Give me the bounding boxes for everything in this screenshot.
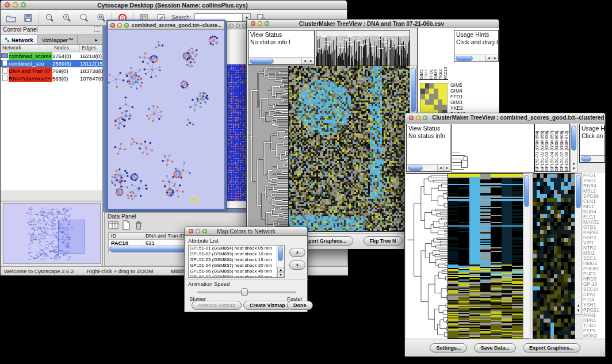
tv2-left-dendrogram-canvas[interactable] [406, 173, 447, 339]
slider-thumb[interactable] [241, 288, 248, 296]
view-status-hscrollbar[interactable]: ◄ ► [248, 58, 314, 64]
view-status-hscrollbar[interactable]: ◄ ► [407, 164, 450, 171]
matrix-cell[interactable] [438, 105, 443, 110]
scroll-left-arrow[interactable]: ◄ [485, 55, 492, 62]
matrix-cell[interactable] [425, 94, 430, 99]
matrix-cell[interactable] [420, 94, 425, 99]
scroll-right-arrow[interactable]: ► [443, 165, 450, 171]
scroll-left-arrow[interactable]: ◄ [437, 165, 443, 171]
heatmap-column-label[interactable]: GPL51-02 (GSM855) [540, 124, 545, 171]
gene-list-item[interactable]: MON2 [583, 334, 605, 339]
close-button[interactable] [251, 21, 255, 26]
zoom-button[interactable] [423, 116, 427, 120]
tv1-left-dendrogram-canvas[interactable] [248, 66, 288, 231]
scroll-down-arrow[interactable]: ▼ [575, 308, 582, 313]
float-panel-icon[interactable] [94, 26, 100, 32]
matrix-row-label[interactable]: YKE2 [450, 105, 485, 111]
heatmap-column-label[interactable]: GPL51-03 (GSM856) [545, 124, 550, 171]
tv1-heatmap-canvas[interactable] [288, 66, 410, 232]
minimize-button[interactable] [416, 116, 420, 120]
attribute-list-item[interactable]: GPL51-06 (GSM865) heat shock 40 min [189, 269, 284, 274]
panel-divider[interactable] [1, 201, 103, 202]
tv1-top-dendrogram-canvas[interactable] [316, 30, 410, 66]
matrix-cell[interactable] [442, 94, 447, 99]
network-list-item[interactable]: DNA and Tran 07 769(0) 183728(0) [1, 67, 102, 75]
done-button[interactable]: Done [287, 301, 313, 310]
scroll-up-arrow[interactable]: ▲ [277, 267, 284, 272]
zoom-button[interactable] [202, 229, 207, 233]
attribute-list-item[interactable]: GPL51-03 (GSM856) heat shock 15 min [189, 257, 284, 263]
matrix-cell[interactable] [442, 83, 447, 89]
close-button[interactable] [189, 229, 193, 233]
matrix-column-label[interactable]: YKE2 [438, 30, 443, 79]
col-network[interactable]: Network [1, 45, 52, 52]
scroll-down-arrow[interactable]: ▼ [277, 272, 284, 277]
matrix-row-label[interactable]: PFD1 [450, 94, 485, 99]
matrix-cell[interactable] [429, 89, 434, 94]
col-edges[interactable]: Edges [80, 45, 102, 52]
matrix-cell[interactable] [434, 89, 438, 94]
dialog-titlebar[interactable]: Map Colors to Network [185, 227, 307, 236]
matrix-cell[interactable] [420, 83, 425, 89]
move-down-button[interactable]: ∨ [289, 260, 305, 270]
heatmap-column-label[interactable]: GPL51-08 (GSM872) [564, 124, 569, 171]
scroll-left-arrow[interactable]: ◄ [301, 58, 308, 64]
animate-vizmap-button[interactable]: Animate Vizmap [192, 301, 242, 310]
tab-vizmapper[interactable]: VizMapper™ [37, 35, 78, 44]
treeview1-titlebar[interactable]: ClusterMaker TreeView : DNA and Tran 07-… [247, 20, 499, 28]
matrix-cell[interactable] [438, 94, 443, 99]
new-attribute-button[interactable] [122, 220, 131, 232]
resize-grip[interactable] [599, 350, 605, 355]
scrollbar-thumb[interactable] [456, 56, 473, 61]
treeview-action-button[interactable]: Settings... [430, 343, 467, 352]
scroll-down-arrow[interactable]: ▼ [571, 166, 577, 171]
matrix-cell[interactable] [442, 89, 447, 94]
tv2-zoom-heatmap-canvas[interactable] [533, 173, 575, 340]
matrix-cell[interactable] [442, 99, 447, 105]
tv2-top-dendrogram-canvas[interactable] [452, 124, 534, 173]
matrix-cell[interactable] [425, 99, 430, 105]
scrollbar-thumb[interactable] [576, 175, 581, 208]
matrix-cell[interactable] [438, 89, 443, 94]
treeview-action-button[interactable]: Save Data... [474, 343, 516, 352]
zoom-button[interactable] [265, 21, 269, 26]
inactive-close-button[interactable] [230, 24, 234, 28]
zoom-button[interactable] [21, 2, 26, 7]
close-button[interactable] [409, 116, 414, 120]
matrix-column-label[interactable]: PAC10 [443, 30, 448, 79]
attribute-list-item[interactable]: GPL51-04 (GSM857) heat shock 20 min [189, 263, 284, 269]
matrix-row-label[interactable]: GIM4 [450, 88, 485, 94]
matrix-cell[interactable] [420, 99, 425, 105]
tab-network[interactable]: Network [1, 35, 37, 44]
matrix-cell[interactable] [425, 83, 430, 89]
treeview2-titlebar[interactable]: ClusterMaker TreeView : combined_scores_… [405, 113, 605, 122]
select-attributes-button[interactable] [108, 220, 118, 232]
tv2-collabel-vscrollbar[interactable]: ▲ ▼ [570, 124, 577, 173]
scroll-right-arrow[interactable]: ► [308, 58, 314, 64]
matrix-cell[interactable] [420, 89, 425, 94]
heatmap-column-label[interactable]: GPL51-01 (GSM854) [535, 124, 540, 171]
usage-hints-hscrollbar[interactable]: ◄ ► [454, 55, 498, 62]
inactive-zoom-button[interactable] [242, 24, 246, 28]
inactive-minimize-button[interactable] [236, 24, 240, 28]
gene-list-vscrollbar[interactable]: ▲ ▼ [575, 173, 582, 315]
matrix-column-label[interactable]: PFD1 [429, 30, 434, 79]
delete-attribute-button[interactable] [134, 220, 143, 232]
birdseye-canvas[interactable] [3, 204, 100, 263]
treeview-action-button[interactable]: Export Graphics... [523, 343, 580, 352]
attribute-list-item[interactable]: GPL51-07 (GSM868) heat shock 60 min [189, 274, 284, 278]
treeview-action-button[interactable]: Flip Tree N [364, 236, 403, 246]
zoom-in-button[interactable] [60, 12, 74, 24]
col-nodes[interactable]: Nodes [52, 45, 80, 52]
zoom-fit-button[interactable] [77, 12, 91, 24]
matrix-cell[interactable] [425, 105, 430, 110]
move-up-button[interactable]: ∧ [289, 248, 305, 257]
create-vizmap-button[interactable]: Create Vizmap [243, 301, 292, 310]
matrix-cell[interactable] [442, 105, 447, 110]
network-list-item[interactable]: combined_scores 2764(0) 16218(0) [1, 52, 102, 60]
minimize-button[interactable] [196, 229, 200, 233]
matrix-cell[interactable] [429, 83, 434, 89]
scrollbar-thumb[interactable] [524, 175, 529, 207]
tv2-heatmap-canvas[interactable] [447, 173, 523, 340]
matrix-cell[interactable] [434, 105, 438, 110]
